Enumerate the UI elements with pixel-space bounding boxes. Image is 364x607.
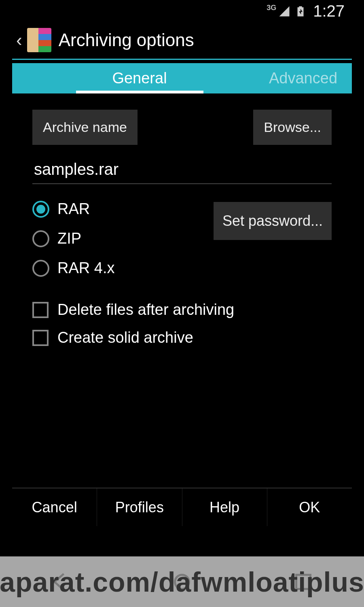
checkbox-icon [32,330,49,346]
status-bar: 3G 1:27 [12,0,352,22]
network-3g-label: 3G [267,4,276,12]
tab-general-label: General [112,70,167,87]
checkbox-solid-archive[interactable]: Create solid archive [32,329,332,346]
radio-icon [32,201,49,218]
radio-icon [32,260,49,277]
divider [12,59,352,60]
tab-advanced-label: Advanced [269,70,337,87]
tab-general[interactable]: General [12,63,267,93]
back-icon[interactable]: ‹ [15,31,24,49]
radio-icon [32,230,49,247]
format-radio-group: RAR ZIP RAR 4.x [32,200,214,289]
cancel-button[interactable]: Cancel [12,488,97,526]
browse-button[interactable]: Browse... [253,110,332,145]
tab-bar: General Advanced [12,63,352,93]
radio-rar4x[interactable]: RAR 4.x [32,259,214,277]
archive-name-button[interactable]: Archive name [32,110,138,145]
checkbox-solid-archive-label: Create solid archive [57,329,193,346]
tab-advanced[interactable]: Advanced [267,63,352,93]
watermark-text: aparat.com/dafwmloatiplus [0,556,364,607]
radio-zip[interactable]: ZIP [32,230,214,247]
checkbox-delete-after-label: Delete files after archiving [57,301,234,318]
ok-button[interactable]: OK [267,488,352,526]
help-button[interactable]: Help [182,488,267,526]
profiles-button[interactable]: Profiles [97,488,182,526]
set-password-button[interactable]: Set password... [214,202,332,240]
radio-zip-label: ZIP [57,230,81,247]
page-title: Archiving options [59,30,194,50]
radio-rar4x-label: RAR 4.x [57,259,114,277]
radio-rar[interactable]: RAR [32,200,214,218]
app-icon[interactable] [27,28,51,52]
radio-rar-label: RAR [57,200,90,218]
checkbox-icon [32,302,49,318]
app-screen: 3G 1:27 ‹ Archiving options General Adva… [12,0,352,526]
archive-name-input[interactable] [32,157,332,184]
battery-charging-icon [294,5,307,17]
content-area: Archive name Browse... RAR ZIP RAR 4.x S [12,93,352,346]
title-bar: ‹ Archiving options [12,22,352,59]
checkbox-delete-after[interactable]: Delete files after archiving [32,301,332,318]
bottom-action-bar: Cancel Profiles Help OK [12,488,352,526]
clock-time: 1:27 [313,2,345,20]
signal-icon [278,5,290,17]
